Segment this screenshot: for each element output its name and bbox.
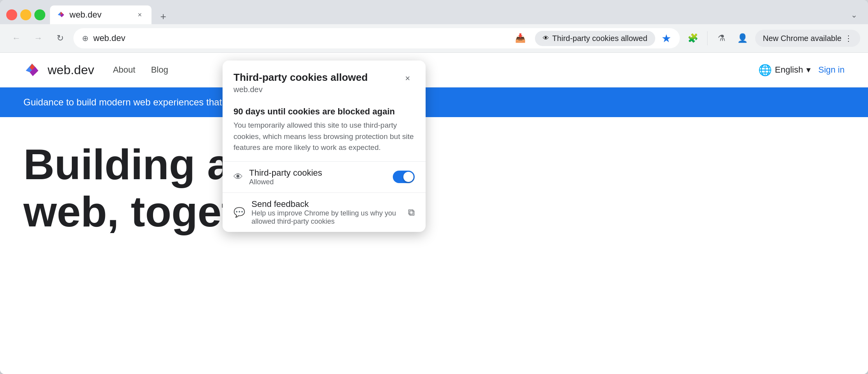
address-actions: 📥 👁 Third-party cookies allowed ★: [512, 30, 671, 47]
tabs-area: web.dev × +: [50, 5, 841, 24]
tab-favicon: [56, 10, 66, 20]
language-selector[interactable]: 🌐 English ▾: [758, 64, 811, 77]
browser-tab-active[interactable]: web.dev ×: [50, 5, 151, 24]
page-content: web.dev About Blog 🌐 English ▾ Sign in G…: [0, 53, 868, 374]
back-button[interactable]: ←: [8, 30, 25, 47]
webdev-favicon-icon: [56, 5, 66, 24]
profile-button[interactable]: 👤: [734, 30, 751, 47]
popup-feedback-sublabel: Help us improve Chrome by telling us why…: [251, 209, 402, 226]
address-security-icon: ⊕: [82, 34, 89, 43]
minimize-window-button[interactable]: [20, 9, 31, 20]
site-nav: About Blog: [113, 65, 168, 75]
chevron-down-icon: ▾: [806, 65, 811, 75]
address-bar[interactable]: ⊕ web.dev 📥 👁 Third-party cookies allowe…: [73, 28, 680, 48]
language-label: English: [775, 65, 803, 75]
download-page-button[interactable]: 📥: [512, 30, 529, 47]
cookies-toggle[interactable]: [393, 171, 415, 183]
popup-warning-title: 90 days until cookies are blocked again: [233, 107, 415, 117]
site-banner: Guidance to build modern web experiences…: [0, 87, 868, 117]
site-header: web.dev About Blog 🌐 English ▾ Sign in: [0, 53, 868, 87]
forward-button[interactable]: →: [30, 30, 47, 47]
popup-header: Third-party cookies allowed web.dev ×: [223, 61, 426, 99]
nav-item-about[interactable]: About: [113, 65, 135, 75]
tab-title: web.dev: [70, 10, 130, 20]
popup-title: Third-party cookies allowed: [233, 71, 368, 84]
eye-icon: 👁: [543, 35, 549, 42]
maximize-window-button[interactable]: [34, 9, 45, 20]
popup-feedback-content: Send feedback Help us improve Chrome by …: [251, 199, 402, 226]
titlebar-end: ⌄: [846, 7, 862, 23]
nav-item-blog[interactable]: Blog: [151, 65, 168, 75]
navbar-right-actions: 🧩 ⚗ 👤 New Chrome available ⋮: [684, 30, 860, 47]
hero-line-2: web, togethe: [23, 188, 845, 235]
signin-button[interactable]: Sign in: [818, 65, 845, 75]
more-icon: ⋮: [845, 34, 852, 43]
hero-line-1: Building a bet: [23, 141, 845, 188]
popup-title-area: Third-party cookies allowed web.dev: [233, 71, 368, 94]
site-header-right: 🌐 English ▾ Sign in: [758, 64, 845, 77]
reload-button[interactable]: ↻: [52, 30, 69, 47]
popup-subtitle: web.dev: [233, 85, 368, 94]
popup-feedback-label: Send feedback: [251, 199, 402, 209]
popup-body: 90 days until cookies are blocked again …: [223, 99, 426, 161]
site-hero: Building a bet web, togethe: [0, 117, 868, 258]
download-icon: 📥: [515, 33, 526, 43]
popup-cookies-sublabel: Allowed: [249, 178, 387, 186]
new-tab-button[interactable]: +: [155, 9, 171, 24]
popup-cookies-section: 👁 Third-party cookies Allowed: [223, 161, 426, 192]
browser-window: web.dev × + ⌄ ← → ↻ ⊕ web.dev 📥: [0, 0, 868, 374]
titlebar: web.dev × + ⌄: [0, 0, 868, 24]
site-logo-icon: [23, 61, 42, 79]
new-chrome-button[interactable]: New Chrome available ⋮: [755, 30, 860, 47]
popup-feedback-section: 💬 Send feedback Help us improve Chrome b…: [223, 192, 426, 232]
extensions-button[interactable]: 🧩: [684, 30, 702, 47]
window-menu-button[interactable]: ⌄: [846, 7, 862, 23]
lab-icon: ⚗: [718, 33, 725, 43]
traffic-lights: [6, 9, 45, 20]
cookies-popup: Third-party cookies allowed web.dev × 90…: [223, 61, 426, 232]
navbar-divider: [707, 31, 708, 45]
external-link-icon[interactable]: ⧉: [408, 207, 415, 217]
tab-close-button[interactable]: ×: [134, 9, 145, 20]
toggle-knob: [403, 172, 414, 182]
extensions-icon: 🧩: [688, 33, 698, 43]
site-logo[interactable]: web.dev: [23, 61, 94, 79]
profile-icon: 👤: [737, 33, 748, 43]
popup-cookies-content: Third-party cookies Allowed: [249, 168, 387, 186]
site-logo-text: web.dev: [48, 63, 94, 77]
navbar: ← → ↻ ⊕ web.dev 📥 👁 Third-party cookies …: [0, 24, 868, 53]
lab-button[interactable]: ⚗: [713, 30, 730, 47]
popup-cookies-label: Third-party cookies: [249, 168, 387, 178]
feedback-action: ⧉: [408, 207, 415, 218]
globe-icon: 🌐: [758, 64, 772, 77]
bookmark-button[interactable]: ★: [661, 32, 671, 45]
site-banner-text: Guidance to build modern web experiences…: [23, 97, 244, 107]
cookies-badge-text: Third-party cookies allowed: [552, 34, 647, 43]
address-url: web.dev: [93, 33, 507, 43]
new-chrome-label: New Chrome available: [763, 34, 841, 43]
popup-warning-text: You temporarily allowed this site to use…: [233, 120, 415, 153]
cookies-toggle-action: [393, 171, 415, 183]
hero-headline: Building a bet web, togethe: [23, 141, 845, 235]
cookies-status-badge[interactable]: 👁 Third-party cookies allowed: [535, 31, 655, 46]
feedback-icon: 💬: [233, 207, 245, 218]
popup-close-button[interactable]: ×: [401, 71, 415, 85]
eye-popup-icon: 👁: [233, 171, 243, 182]
close-window-button[interactable]: [6, 9, 17, 20]
